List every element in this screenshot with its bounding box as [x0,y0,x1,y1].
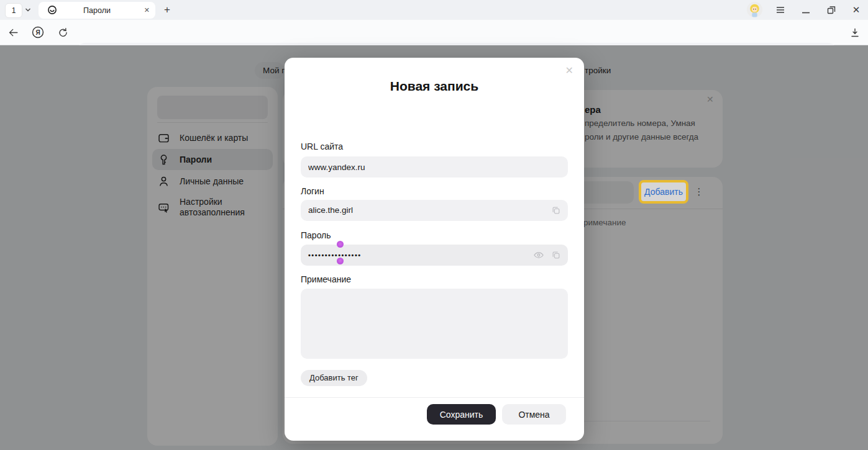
login-field-label: Логин [301,186,324,196]
close-window-icon[interactable]: ✕ [851,4,862,16]
reload-icon[interactable] [57,27,69,38]
browser-menu-icon[interactable] [775,5,785,15]
tab-bar: 1 Пароли ✕ + [0,0,868,20]
minimize-window-icon[interactable] [802,5,810,15]
url-input[interactable] [301,156,568,178]
save-button[interactable]: Сохранить [427,404,496,425]
password-field-label: Пароль [301,230,331,240]
url-field-label: URL сайта [301,142,343,151]
show-password-eye-icon[interactable] [533,250,544,260]
downloads-icon[interactable] [849,27,861,39]
tab-close-icon[interactable]: ✕ [144,6,150,14]
new-tab-button[interactable]: + [160,2,175,17]
text-selection-handle-top[interactable] [337,241,344,248]
back-icon[interactable] [7,27,19,38]
dialog-title: Новая запись [285,79,584,94]
password-masked-value: •••••••••••••••• [308,245,362,266]
tab-counter-button[interactable]: 1 [5,3,22,18]
chevron-down-icon[interactable] [24,6,32,14]
new-entry-dialog: ✕ Новая запись URL сайта Логин alice.the… [285,58,584,441]
profile-avatar[interactable] [747,2,762,17]
browser-window: 1 Пароли ✕ + [0,0,868,450]
cancel-button[interactable]: Отмена [502,404,566,425]
restore-window-icon[interactable] [826,5,836,15]
copy-icon[interactable] [550,250,562,261]
tab-passwords[interactable]: Пароли ✕ [39,2,155,19]
svg-text:Я: Я [35,29,40,36]
login-input[interactable]: alice.the.girl [301,200,568,221]
tab-title: Пароли [39,6,155,15]
note-textarea[interactable] [301,289,568,359]
dialog-close-icon[interactable]: ✕ [564,63,575,78]
copy-icon[interactable] [550,205,562,216]
browser-toolbar: Я personal Пароли ⋯ [0,20,868,45]
add-tag-button[interactable]: Добавить тег [301,370,367,386]
note-field-label: Примечание [301,274,351,284]
text-selection-handle-bottom[interactable] [337,258,344,264]
yandex-home-icon[interactable]: Я [31,25,45,39]
footer-divider [285,397,584,398]
add-password-button-highlighted[interactable]: Добавить [639,180,688,204]
login-value: alice.the.girl [308,200,353,221]
